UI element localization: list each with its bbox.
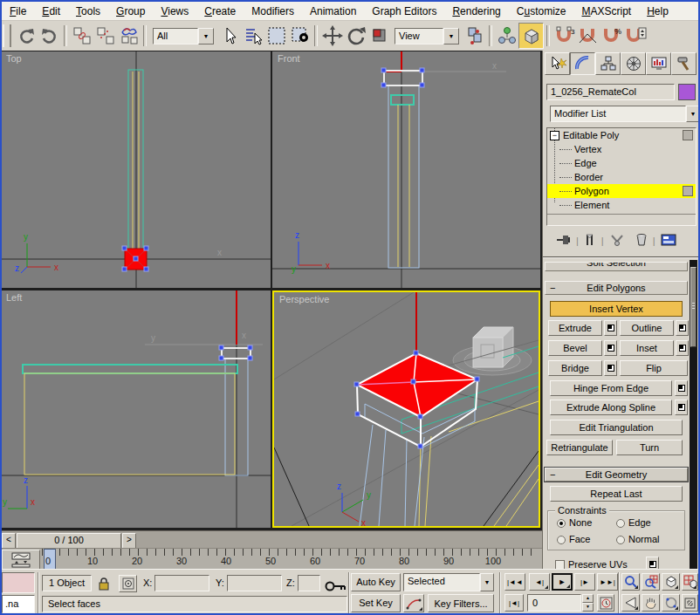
menu-tools[interactable]: Tools <box>68 3 108 19</box>
configure-modifier-sets-icon[interactable] <box>661 233 676 249</box>
viewport-perspective-label[interactable]: Perspective <box>279 294 329 304</box>
viewport-front-label[interactable]: Front <box>278 53 300 64</box>
go-to-start-button[interactable]: |◄◄ <box>504 573 525 591</box>
collapse-icon[interactable]: − <box>550 131 559 140</box>
bind-to-space-warp-button[interactable] <box>117 24 141 48</box>
tab-motion[interactable] <box>621 52 646 75</box>
menu-views[interactable]: Views <box>153 3 196 19</box>
field-of-view-button[interactable] <box>621 594 640 612</box>
show-end-result-icon[interactable] <box>584 233 596 249</box>
viewport-top-label[interactable]: Top <box>6 53 22 64</box>
previous-frame-arrow[interactable]: < <box>2 533 16 549</box>
previous-frame-button[interactable]: ◄| <box>529 573 550 591</box>
dropdown-arrow-icon[interactable]: ▼ <box>480 573 494 591</box>
zoom-button[interactable] <box>621 573 640 591</box>
maxscript-listener-field[interactable]: .na <box>2 595 35 613</box>
select-and-move-button[interactable] <box>320 24 344 48</box>
stack-item-edge[interactable]: Edge <box>547 156 696 170</box>
auto-key-button[interactable]: Auto Key <box>351 573 401 591</box>
toolbar-grip[interactable] <box>3 24 11 47</box>
z-coordinate-field[interactable] <box>298 575 320 591</box>
open-mini-curve-editor-button[interactable] <box>2 550 40 571</box>
set-key-button[interactable]: Set Key <box>351 594 401 612</box>
menu-modifiers[interactable]: Modifiers <box>244 3 302 19</box>
stack-item-polygon-selected[interactable]: Polygon <box>547 184 696 198</box>
extrude-along-spline-button[interactable]: Extrude Along Spline <box>550 400 672 415</box>
menu-maxscript[interactable]: MAXScript <box>574 3 640 19</box>
unlink-selection-button[interactable] <box>93 24 117 48</box>
menu-animation[interactable]: Animation <box>302 3 364 19</box>
preserve-uvs-checkbox[interactable]: Preserve UVs <box>555 559 628 569</box>
constraint-edge-radio[interactable]: Edge <box>616 517 651 528</box>
selection-filter-combo[interactable]: All ▼ <box>153 28 214 44</box>
constraint-normal-radio[interactable]: Normal <box>616 534 659 544</box>
frame-spinner[interactable]: ▲▼ <box>582 594 594 612</box>
tab-display[interactable] <box>646 52 671 75</box>
object-name-field[interactable]: 1_0256_RemateCol <box>546 84 675 100</box>
maxscript-mini-listener[interactable] <box>2 572 35 593</box>
extrude-settings-button[interactable] <box>604 320 617 336</box>
x-coordinate-field[interactable] <box>154 575 209 591</box>
next-frame-button[interactable]: |► <box>574 573 595 591</box>
rollout-edit-geometry[interactable]: − Edit Geometry <box>545 468 688 482</box>
snap-3d-button[interactable]: 3 <box>552 24 576 48</box>
viewport-left[interactable]: y x z y x Left <box>1 290 271 528</box>
make-unique-icon[interactable] <box>609 233 625 249</box>
bevel-button[interactable]: Bevel <box>548 340 602 356</box>
pan-view-button[interactable] <box>642 594 660 612</box>
snaps-toggle-button[interactable] <box>518 23 544 49</box>
redo-button[interactable] <box>38 24 61 48</box>
current-frame-field[interactable]: 0 <box>527 594 581 612</box>
zoom-all-button[interactable] <box>642 573 660 591</box>
extrude-button[interactable]: Extrude <box>548 320 602 336</box>
dropdown-arrow-icon[interactable]: ▼ <box>198 28 214 44</box>
default-in-out-tangents-button[interactable] <box>403 594 424 612</box>
hinge-from-edge-button[interactable]: Hinge From Edge <box>550 380 672 396</box>
modifier-onoff-icon[interactable] <box>683 130 693 140</box>
viewport-front[interactable]: x z x y Front <box>272 51 540 288</box>
insert-vertex-button[interactable]: Insert Vertex <box>550 301 683 317</box>
rollout-soft-selection[interactable]: Soft Selection <box>545 262 688 271</box>
hinge-settings-button[interactable] <box>675 380 688 396</box>
y-coordinate-field[interactable] <box>227 575 282 591</box>
selection-set-dropdown[interactable]: Selected ▼ <box>403 573 494 591</box>
remove-modifier-icon[interactable] <box>635 233 648 249</box>
dropdown-arrow-icon[interactable]: ▼ <box>443 28 459 44</box>
constraint-face-radio[interactable]: Face <box>557 534 590 544</box>
spinner-up-icon[interactable]: ▲ <box>582 594 594 603</box>
modifier-list-dropdown[interactable]: Modifier List ▼ <box>550 106 700 122</box>
stack-item-element[interactable]: Element <box>547 198 696 212</box>
select-by-name-button[interactable] <box>241 24 264 48</box>
tab-utilities[interactable] <box>671 52 697 75</box>
menu-help[interactable]: Help <box>639 3 676 19</box>
select-and-manipulate-button[interactable] <box>495 24 518 48</box>
stack-item-border[interactable]: Border <box>547 170 696 184</box>
pin-stack-icon[interactable] <box>555 233 571 249</box>
zoom-extents-button[interactable] <box>662 573 680 591</box>
menu-graph-editors[interactable]: Graph Editors <box>364 3 444 19</box>
go-to-end-button[interactable]: ►►| <box>597 573 618 591</box>
bridge-settings-button[interactable] <box>604 360 617 376</box>
object-color-swatch[interactable] <box>678 84 696 100</box>
spinner-snap-button[interactable] <box>623 24 647 48</box>
select-and-rotate-button[interactable] <box>344 24 367 48</box>
bevel-settings-button[interactable] <box>604 340 617 356</box>
window-crossing-toggle-button[interactable] <box>288 24 312 48</box>
tab-hierarchy[interactable] <box>595 52 621 75</box>
rollout-edit-polygons[interactable]: − Edit Polygons <box>545 281 688 295</box>
inset-button[interactable]: Inset <box>620 340 674 356</box>
select-and-scale-button[interactable] <box>367 24 391 48</box>
tab-modify[interactable] <box>570 52 595 75</box>
maximize-viewport-toggle-button[interactable] <box>682 594 698 612</box>
selection-lock-icon[interactable] <box>98 577 110 592</box>
panel-scrollbar-thumb[interactable] <box>690 267 697 347</box>
panel-scrollbar[interactable] <box>690 260 697 569</box>
modifier-onoff-icon[interactable] <box>683 186 693 196</box>
arc-rotate-button[interactable] <box>662 594 680 612</box>
undo-button[interactable] <box>14 24 38 48</box>
stack-item-editable-poly[interactable]: − Editable Poly <box>547 128 696 142</box>
rectangular-selection-region-button[interactable] <box>264 24 288 48</box>
bridge-button[interactable]: Bridge <box>548 360 602 376</box>
tab-create[interactable] <box>545 52 570 75</box>
edit-triangulation-button[interactable]: Edit Triangulation <box>550 420 683 435</box>
